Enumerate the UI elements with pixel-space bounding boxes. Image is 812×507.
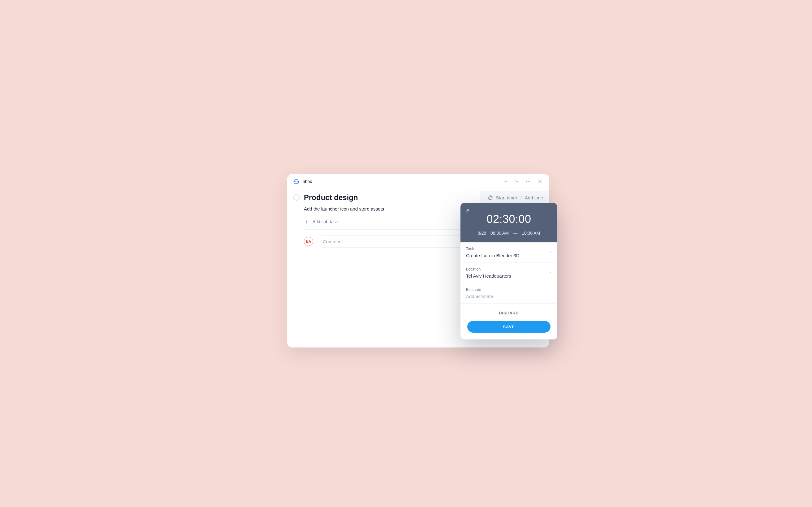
add-subtask-label: Add sub-task — [312, 219, 338, 224]
inbox-label: Inbox — [301, 179, 312, 184]
timer-toolbar: Start timer / Add time — [480, 191, 549, 204]
location-field[interactable]: Location Tel Aviv Headquarters — [460, 263, 557, 283]
timer-separator: / — [520, 195, 522, 200]
svg-point-1 — [528, 181, 528, 182]
task-field[interactable]: Task Create Icon in Blender 3D — [460, 242, 557, 263]
estimate-placeholder: Add estimate — [466, 294, 552, 299]
next-task-button[interactable] — [514, 179, 519, 184]
location-field-value: Tel Aviv Headquarters — [466, 273, 552, 279]
svg-point-2 — [529, 181, 530, 182]
task-title[interactable]: Product design — [304, 193, 358, 202]
task-header: Inbox — [287, 174, 549, 184]
svg-point-0 — [526, 181, 527, 182]
hand-icon — [488, 195, 493, 200]
inbox-icon — [293, 179, 299, 184]
chevron-right-icon — [548, 270, 552, 276]
save-button[interactable]: SAVE — [467, 321, 551, 333]
popover-header: 02:30:00 8/28 08:00 AM — 10:30 AM — [460, 203, 557, 242]
close-task-button[interactable] — [537, 178, 543, 184]
avatar[interactable]: EA — [304, 237, 313, 246]
task-field-label: Task — [466, 247, 552, 251]
duration-display[interactable]: 02:30:00 — [460, 213, 557, 226]
complete-checkbox[interactable] — [293, 194, 300, 201]
close-popover-button[interactable] — [465, 208, 470, 214]
location-field-label: Location — [466, 267, 552, 271]
estimate-field-label: Estimate — [466, 287, 552, 292]
plus-icon: ＋ — [304, 219, 309, 224]
add-time-link[interactable]: Add time — [525, 195, 543, 200]
entry-end-time[interactable]: 10:30 AM — [522, 231, 540, 236]
discard-button[interactable]: DISCARD — [467, 311, 551, 315]
task-field-value: Create Icon in Blender 3D — [466, 253, 552, 258]
estimate-field[interactable]: Estimate Add estimate — [460, 283, 557, 303]
entry-start-time[interactable]: 08:00 AM — [491, 231, 509, 236]
prev-task-button[interactable] — [503, 179, 508, 184]
time-entry-popover: 02:30:00 8/28 08:00 AM — 10:30 AM Task C… — [460, 203, 557, 339]
more-menu-button[interactable] — [525, 179, 531, 184]
start-timer-link[interactable]: Start timer — [496, 195, 517, 200]
chevron-right-icon — [548, 250, 552, 256]
time-range-dash: — — [513, 231, 517, 236]
entry-date[interactable]: 8/28 — [478, 231, 486, 236]
